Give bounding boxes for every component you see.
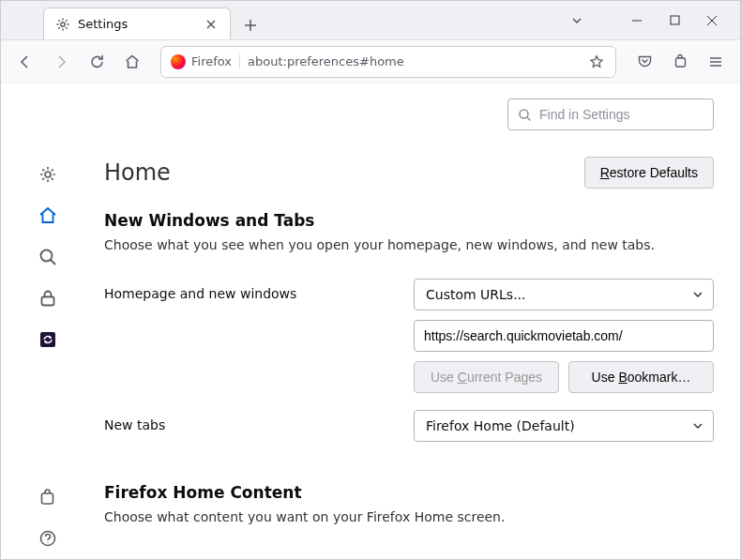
page-header-row: Home Restore Defaults bbox=[104, 157, 714, 189]
bookmark-star-icon[interactable] bbox=[587, 53, 606, 71]
homepage-label: Homepage and new windows bbox=[104, 279, 414, 301]
select-value: Firefox Home (Default) bbox=[426, 418, 575, 433]
tab-settings[interactable]: Settings bbox=[43, 8, 231, 39]
content: Home Restore Defaults New Windows and Ta… bbox=[1, 83, 740, 559]
window-controls bbox=[618, 7, 731, 35]
svg-rect-6 bbox=[40, 332, 55, 347]
find-in-settings[interactable] bbox=[507, 98, 714, 130]
section-new-windows-desc: Choose what you see when you open your h… bbox=[104, 237, 714, 252]
tab-label: Settings bbox=[78, 17, 196, 31]
newtabs-row: New tabs Firefox Home (Default) bbox=[104, 410, 714, 442]
minimize-button[interactable] bbox=[618, 7, 656, 35]
svg-rect-2 bbox=[675, 58, 685, 67]
search-row bbox=[104, 98, 714, 130]
svg-point-4 bbox=[41, 250, 53, 262]
sidebar-item-privacy[interactable] bbox=[27, 278, 68, 319]
select-value: Custom URLs... bbox=[426, 287, 526, 302]
identity-label: Firefox bbox=[191, 54, 240, 68]
titlebar: Settings bbox=[1, 1, 740, 40]
sidebar-item-general[interactable] bbox=[27, 154, 68, 195]
sidebar-item-extensions[interactable] bbox=[27, 477, 68, 518]
pocket-button[interactable] bbox=[629, 47, 659, 77]
svg-rect-5 bbox=[42, 297, 54, 306]
svg-point-10 bbox=[520, 110, 528, 118]
navbar: Firefox about:preferences#home bbox=[1, 40, 740, 83]
tab-list-button[interactable] bbox=[564, 8, 590, 34]
homepage-buttons: Use Current Pages Use Bookmark… bbox=[414, 361, 714, 393]
section-home-content-title: Firefox Home Content bbox=[104, 483, 714, 502]
homepage-url-input[interactable] bbox=[414, 320, 714, 352]
restore-defaults-button[interactable]: Restore Defaults bbox=[584, 157, 714, 189]
gear-icon bbox=[55, 17, 70, 32]
use-current-pages-button[interactable]: Use Current Pages bbox=[414, 361, 559, 393]
sidebar-item-support[interactable] bbox=[27, 518, 68, 559]
url-text: about:preferences#home bbox=[248, 54, 580, 68]
svg-rect-1 bbox=[671, 16, 679, 24]
sidebar-item-search[interactable] bbox=[27, 236, 68, 278]
close-window-button[interactable] bbox=[693, 7, 731, 35]
newtabs-label: New tabs bbox=[104, 410, 414, 432]
home-button[interactable] bbox=[117, 47, 147, 77]
reload-button[interactable] bbox=[82, 47, 112, 77]
new-tab-button[interactable] bbox=[236, 11, 265, 39]
app-menu-button[interactable] bbox=[701, 47, 731, 77]
section-new-windows-title: New Windows and Tabs bbox=[104, 211, 714, 230]
maximize-button[interactable] bbox=[656, 7, 693, 35]
svg-rect-7 bbox=[42, 493, 53, 504]
firefox-logo-icon bbox=[171, 54, 186, 69]
newtabs-controls: Firefox Home (Default) bbox=[414, 410, 714, 442]
newtabs-select[interactable]: Firefox Home (Default) bbox=[414, 410, 714, 442]
identity-box[interactable]: Firefox bbox=[171, 54, 240, 69]
back-button[interactable] bbox=[10, 47, 40, 77]
homepage-controls: Custom URLs... Use Current Pages Use Boo… bbox=[414, 279, 714, 393]
svg-point-3 bbox=[45, 172, 51, 177]
homepage-mode-select[interactable]: Custom URLs... bbox=[414, 279, 714, 310]
homepage-row: Homepage and new windows Custom URLs... … bbox=[104, 279, 714, 393]
close-icon[interactable] bbox=[204, 17, 219, 32]
urlbar[interactable]: Firefox about:preferences#home bbox=[160, 46, 616, 78]
sidebar-item-sync[interactable] bbox=[27, 319, 68, 360]
settings-sidebar bbox=[1, 83, 95, 559]
search-input[interactable] bbox=[539, 107, 703, 122]
tab-strip: Settings bbox=[1, 1, 564, 39]
chevron-down-icon bbox=[692, 420, 703, 431]
extensions-button[interactable] bbox=[665, 47, 695, 77]
search-icon bbox=[518, 108, 532, 122]
settings-panel: Home Restore Defaults New Windows and Ta… bbox=[95, 83, 740, 559]
section-home-content-desc: Choose what content you want on your Fir… bbox=[104, 509, 714, 524]
chevron-down-icon bbox=[692, 289, 703, 300]
sidebar-item-home[interactable] bbox=[27, 195, 68, 236]
page-title: Home bbox=[104, 159, 171, 186]
svg-point-9 bbox=[47, 542, 48, 543]
forward-button[interactable] bbox=[46, 47, 76, 77]
use-bookmark-button[interactable]: Use Bookmark… bbox=[568, 361, 714, 393]
svg-point-0 bbox=[61, 22, 65, 25]
